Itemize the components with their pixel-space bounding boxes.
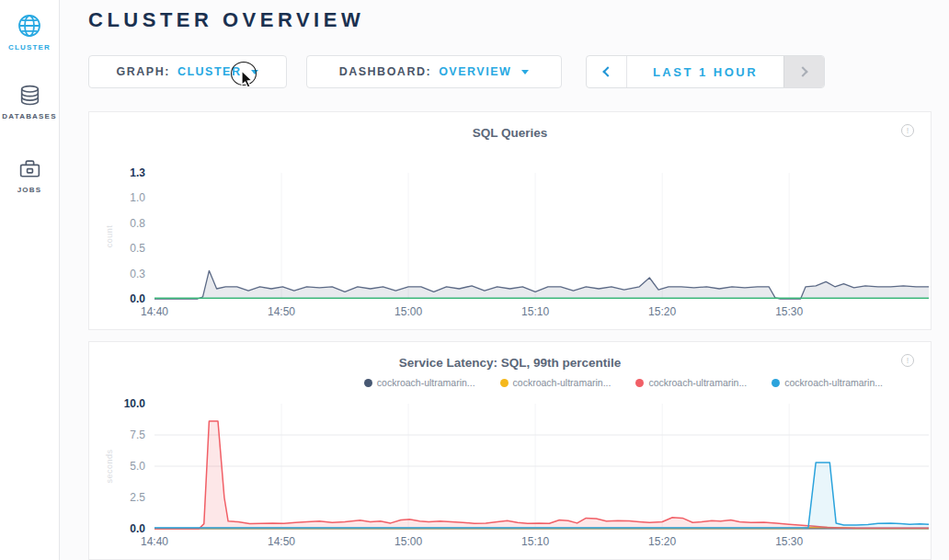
y-tick-label: 5.0 <box>89 459 145 474</box>
chevron-down-icon <box>521 70 529 74</box>
chevron-down-icon <box>251 70 258 74</box>
x-tick-label: 15:30 <box>767 305 811 318</box>
legend-item[interactable]: cockroach-ultramarin... <box>635 377 747 388</box>
x-tick-label: 15:00 <box>386 305 430 318</box>
briefcase-icon <box>17 157 42 182</box>
x-tick-label: 14:50 <box>259 305 303 318</box>
x-tick-label: 14:50 <box>259 535 303 548</box>
y-tick-label: 1.0 <box>89 190 145 205</box>
graph-dropdown[interactable]: GRAPH: CLUSTER <box>88 55 287 88</box>
legend-dot-icon <box>364 379 372 387</box>
graph-dropdown-label: GRAPH: <box>117 65 170 78</box>
y-tick-label: 1.3 <box>89 166 145 180</box>
y-tick-label: 0.0 <box>89 291 145 306</box>
legend-label: cockroach-ultramarin... <box>513 377 612 388</box>
chart-panel-service-latency: Service Latency: SQL, 99th percentile se… <box>88 341 932 560</box>
sidebar-item-label: DATABASES <box>0 112 59 120</box>
database-icon <box>17 84 42 109</box>
globe-icon <box>16 12 43 40</box>
sql-queries-chart: count0.00.30.50.81.01.314:4014:5015:0015… <box>89 112 931 329</box>
page-title: CLUSTER OVERVIEW <box>88 8 364 32</box>
legend-label: cockroach-ultramarin... <box>784 377 883 388</box>
sidebar-item-databases[interactable]: DATABASES <box>0 84 59 120</box>
x-tick-label: 14:40 <box>132 305 177 318</box>
time-range-value[interactable]: LAST 1 HOUR <box>627 56 783 87</box>
dashboard-dropdown-value: OVERVIEW <box>439 65 511 78</box>
sidebar: CLUSTER DATABASES JOBS <box>0 0 60 560</box>
legend-dot-icon <box>635 379 644 387</box>
y-tick-label: 7.5 <box>89 428 145 442</box>
y-tick-label: 0.8 <box>89 216 145 231</box>
x-tick-label: 15:00 <box>386 535 430 548</box>
chart-panel-sql-queries: SQL Queries count0.00.30.50.81.01.314:40… <box>88 111 932 330</box>
legend-dot-icon <box>500 379 509 387</box>
time-range-selector: LAST 1 HOUR <box>586 55 825 88</box>
sidebar-item-cluster[interactable]: CLUSTER <box>0 12 59 51</box>
service-latency-chart: seconds0.02.55.07.510.014:4014:5015:0015… <box>89 342 931 559</box>
x-tick-label: 15:10 <box>513 535 557 548</box>
y-tick-label: 0.0 <box>89 521 145 536</box>
chart-canvas <box>154 173 929 301</box>
dashboard-dropdown-label: DASHBOARD: <box>339 65 431 78</box>
chevron-right-icon <box>797 66 807 76</box>
y-tick-label: 0.3 <box>89 267 145 281</box>
legend-item[interactable]: cockroach-ultramarin... <box>364 377 475 388</box>
time-range-next-button[interactable] <box>783 56 824 87</box>
legend-dot-icon <box>772 379 780 387</box>
x-tick-label: 15:20 <box>640 535 684 548</box>
sidebar-item-jobs[interactable]: JOBS <box>0 157 59 194</box>
x-tick-label: 15:10 <box>513 305 557 318</box>
legend-label: cockroach-ultramarin... <box>377 377 475 388</box>
time-range-prev-button[interactable] <box>587 56 627 87</box>
y-tick-label: 0.5 <box>89 241 145 256</box>
x-tick-label: 15:20 <box>640 305 684 318</box>
y-tick-label: 10.0 <box>89 396 145 411</box>
sidebar-item-label: CLUSTER <box>0 43 59 51</box>
legend-item[interactable]: cockroach-ultramarin... <box>772 377 883 388</box>
legend-label: cockroach-ultramarin... <box>648 377 747 388</box>
x-tick-label: 15:30 <box>767 535 811 548</box>
graph-dropdown-value: CLUSTER <box>177 65 242 78</box>
x-tick-label: 14:40 <box>132 535 177 548</box>
chart-canvas <box>154 404 929 531</box>
chart-legend: cockroach-ultramarin...cockroach-ultrama… <box>364 377 883 388</box>
sidebar-item-label: JOBS <box>0 186 59 194</box>
chevron-left-icon <box>602 66 612 76</box>
legend-item[interactable]: cockroach-ultramarin... <box>500 377 612 388</box>
dashboard-dropdown[interactable]: DASHBOARD: OVERVIEW <box>306 55 562 88</box>
y-tick-label: 2.5 <box>89 490 145 505</box>
